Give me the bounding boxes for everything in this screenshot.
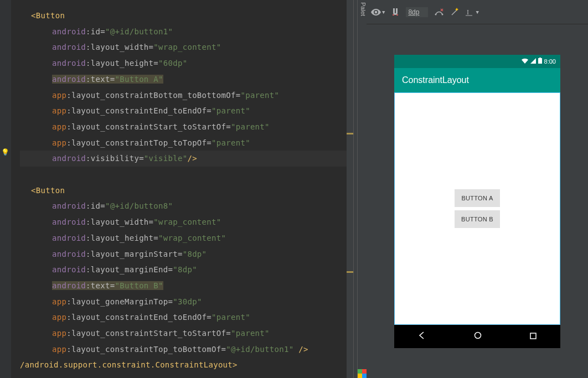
device-frame: 8:00 ConstraintLayout BUTTON A BUTTON B: [394, 55, 560, 348]
wand-icon[interactable]: [450, 8, 459, 17]
svg-rect-0: [358, 369, 362, 374]
palette-tab[interactable]: Palet: [358, 0, 367, 378]
battery-icon: [538, 58, 542, 65]
text-baseline-icon[interactable]: I ▼: [466, 8, 478, 17]
editor-gutter: 💡: [0, 0, 11, 378]
signal-icon: [530, 58, 536, 65]
svg-rect-2: [358, 374, 362, 378]
svg-text:I: I: [467, 8, 469, 16]
preview-panel: ▼ I ▼: [367, 0, 588, 378]
preview-toolbar: ▼ I ▼: [367, 0, 588, 24]
clear-constraints-icon[interactable]: [435, 8, 443, 17]
svg-rect-3: [362, 374, 367, 378]
svg-rect-10: [539, 58, 541, 58]
home-icon[interactable]: [474, 331, 482, 341]
button-a[interactable]: BUTTON A: [455, 189, 499, 207]
lightbulb-icon[interactable]: 💡: [1, 148, 9, 156]
cursor-line: android:visibility="visible"/>: [20, 151, 350, 167]
magnet-icon[interactable]: [391, 8, 399, 16]
dp-input[interactable]: [406, 7, 428, 17]
xml-close-tag: /android.support.constraint.ConstraintLa…: [20, 360, 238, 369]
svg-rect-12: [530, 333, 536, 339]
button-b[interactable]: BUTTON B: [455, 210, 500, 228]
eye-icon[interactable]: ▼: [371, 9, 385, 15]
scrollbar-marker: [347, 133, 353, 134]
palette-icon: [358, 369, 367, 378]
palette-label: Palet: [360, 2, 367, 16]
xml-tag: Button: [36, 11, 65, 20]
scrollbar-marker: [347, 271, 353, 273]
svg-point-11: [474, 333, 481, 339]
svg-rect-9: [538, 58, 542, 64]
status-bar: 8:00: [394, 55, 560, 68]
svg-rect-1: [362, 369, 367, 374]
code-editor[interactable]: <Button android:id="@+id/button1" androi…: [11, 0, 353, 378]
app-title: ConstraintLayout: [402, 75, 469, 85]
app-bar: ConstraintLayout: [394, 68, 560, 92]
status-time: 8:00: [544, 58, 556, 65]
svg-rect-5: [396, 14, 398, 15]
panel-divider[interactable]: [353, 0, 358, 378]
xml-tag: Button: [36, 186, 65, 195]
svg-point-6: [435, 13, 437, 15]
nav-bar: [394, 325, 560, 348]
layout-content[interactable]: BUTTON A BUTTON B: [394, 92, 560, 325]
vertical-scrollbar[interactable]: [347, 0, 353, 378]
preview-canvas[interactable]: 8:00 ConstraintLayout BUTTON A BUTTON B: [367, 24, 588, 378]
back-icon[interactable]: [418, 331, 426, 341]
svg-point-7: [442, 13, 443, 15]
recents-icon[interactable]: [530, 331, 537, 341]
wifi-icon: [522, 58, 528, 65]
svg-rect-4: [393, 14, 394, 15]
